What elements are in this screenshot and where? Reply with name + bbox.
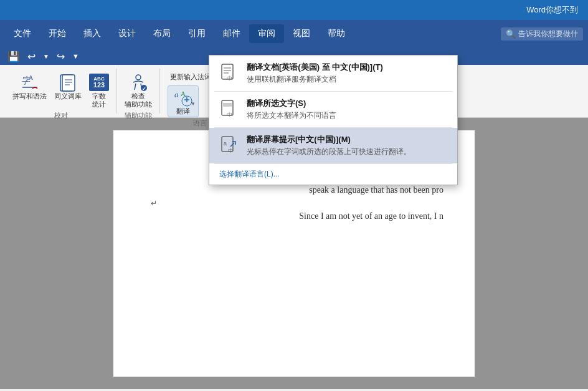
- svg-rect-4: [62, 75, 75, 91]
- word-count-icon: ABC 123: [89, 72, 109, 92]
- translate-selection-item[interactable]: 中 翻译所选文字(S) 将所选文本翻译为不同语言: [209, 92, 457, 127]
- translate-screen-desc: 光标悬停在字词或所选的段落上可快速进行翻译。: [247, 147, 411, 157]
- translate-selection-icon: 中: [219, 98, 239, 118]
- title-text: Word你想不到: [526, 4, 578, 16]
- spell-check-icon: 字 A: [20, 72, 40, 92]
- svg-text:中: 中: [227, 112, 232, 117]
- translate-doc-desc: 使用联机翻译服务翻译文档: [247, 74, 383, 85]
- translate-dropdown-arrow: ▼: [191, 101, 196, 107]
- search-icon: 🔍: [506, 29, 516, 39]
- ribbon-group-accessibility: ✓ 检查 辅助功能 辅助功能: [117, 69, 160, 113]
- translate-selection-text: 翻译所选文字(S) 将所选文本翻译为不同语言: [247, 98, 336, 121]
- menu-design[interactable]: 设计: [110, 24, 145, 43]
- menu-mailings[interactable]: 邮件: [214, 24, 249, 43]
- check-accessibility-button[interactable]: ✓ 检查 辅助功能: [122, 71, 154, 110]
- translate-label: 翻译: [176, 107, 190, 115]
- menu-bar: 文件 开始 插入 设计 布局 引用 邮件 审阅 视图 帮助 🔍 告诉我你想要做什: [0, 20, 588, 47]
- svg-text:A: A: [29, 74, 34, 81]
- accessibility-icon: ✓: [128, 72, 148, 92]
- translate-screen-text: 翻译屏幕提示[中文(中国)](M) 光标悬停在字词或所选的段落上可快速进行翻译。: [247, 134, 411, 157]
- menu-home[interactable]: 开始: [40, 24, 75, 43]
- redo-button[interactable]: ↪: [54, 49, 67, 64]
- translate-screen-title: 翻译屏幕提示[中文(中国)](M): [247, 134, 411, 145]
- accessibility-group-label: 辅助功能: [125, 110, 152, 122]
- menu-view[interactable]: 视图: [284, 24, 319, 43]
- word-count-button[interactable]: ABC 123 字数 统计: [87, 71, 111, 110]
- translate-dropdown-menu: 中 翻译文档[英语(美国) 至 中文(中国)](T) 使用联机翻译服务翻译文档 …: [209, 55, 458, 185]
- proofreading-group-label: 校对: [54, 110, 68, 122]
- doc-line-5: Since I am not yet of an age to invent, …: [145, 210, 443, 223]
- select-language-item[interactable]: 选择翻译语言(L)...: [209, 164, 457, 185]
- svg-point-8: [136, 75, 141, 80]
- thesaurus-button[interactable]: 同义词库: [52, 71, 84, 102]
- doc-line-3: speak a language that has not been pro: [145, 183, 443, 197]
- word-count-label: 字数 统计: [92, 92, 106, 109]
- search-placeholder[interactable]: 告诉我你想要做什: [518, 29, 578, 39]
- undo-dropdown-button[interactable]: ▼: [40, 52, 52, 61]
- thesaurus-icon: [58, 72, 78, 92]
- title-bar: Word你想不到: [0, 0, 588, 20]
- spell-check-label: 拼写和语法: [12, 92, 47, 100]
- thesaurus-label: 同义词库: [54, 92, 82, 100]
- translate-screen-icon: a 中: [219, 134, 239, 154]
- undo-button[interactable]: ↩: [25, 49, 38, 64]
- cursor-indicator: ↵: [151, 198, 157, 210]
- svg-text:中: 中: [228, 148, 234, 153]
- language-group-label: 语言: [193, 117, 207, 129]
- translate-doc-icon: 中: [219, 62, 239, 82]
- svg-text:✓: ✓: [142, 86, 146, 92]
- ribbon-group-proofreading: 字 A 拼写和语法: [5, 69, 117, 113]
- translate-selection-title: 翻译所选文字(S): [247, 98, 336, 109]
- menu-references[interactable]: 引用: [179, 24, 214, 43]
- translate-selection-desc: 将所选文本翻译为不同语言: [247, 110, 336, 121]
- menu-insert[interactable]: 插入: [75, 24, 110, 43]
- menu-review[interactable]: 审阅: [249, 24, 284, 43]
- svg-text:中: 中: [227, 75, 232, 80]
- translate-screen-item[interactable]: a 中 翻译屏幕提示[中文(中国)](M) 光标悬停在字词或所选的段落上可快速进…: [209, 128, 457, 163]
- translate-doc-item[interactable]: 中 翻译文档[英语(美国) 至 中文(中国)](T) 使用联机翻译服务翻译文档: [209, 56, 457, 91]
- save-button[interactable]: 💾: [5, 49, 22, 64]
- svg-rect-30: [223, 103, 232, 107]
- translate-doc-title: 翻译文档[英语(美国) 至 中文(中国)](T): [247, 62, 383, 73]
- svg-text:a: a: [174, 90, 179, 99]
- translate-button[interactable]: a A 翻译 ▼: [168, 85, 199, 117]
- svg-text:a: a: [224, 140, 227, 147]
- menu-help[interactable]: 帮助: [319, 24, 354, 43]
- menu-layout[interactable]: 布局: [145, 24, 179, 43]
- accessibility-label: 检查 辅助功能: [125, 92, 152, 109]
- menu-file[interactable]: 文件: [5, 24, 40, 43]
- spell-check-button[interactable]: 字 A 拼写和语法: [10, 71, 49, 102]
- translate-doc-text: 翻译文档[英语(美国) 至 中文(中国)](T) 使用联机翻译服务翻译文档: [247, 62, 383, 85]
- customize-button[interactable]: ▼: [70, 51, 82, 61]
